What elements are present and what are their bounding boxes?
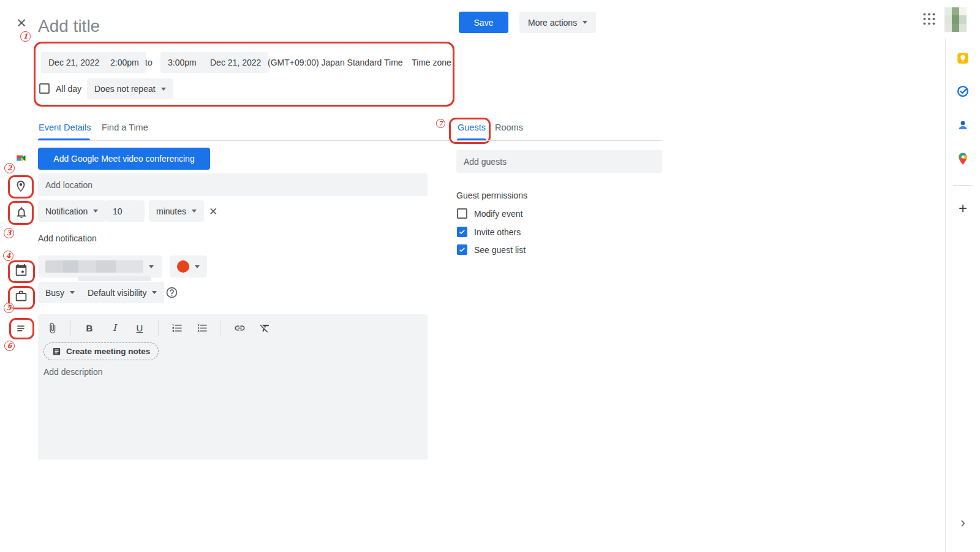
modify-event-label: Modify event bbox=[474, 209, 522, 219]
location-pin-icon bbox=[14, 180, 28, 193]
dropdown-arrow-icon bbox=[93, 210, 98, 213]
help-icon bbox=[165, 286, 178, 299]
annotation-4: 4 bbox=[3, 251, 13, 261]
close-icon: ✕ bbox=[209, 206, 217, 217]
annotation-1: 1 bbox=[20, 31, 31, 42]
guests-placeholder: Add guests bbox=[456, 157, 507, 167]
see-guest-list-checkbox[interactable] bbox=[457, 244, 467, 255]
description-placeholder: Add description bbox=[43, 367, 103, 377]
redacted-calendar-name bbox=[45, 260, 143, 273]
description-lines-icon bbox=[15, 322, 28, 335]
start-date-button[interactable]: Dec 21, 2022 bbox=[41, 52, 107, 73]
keep-button[interactable] bbox=[956, 51, 970, 65]
location-placeholder: Add location bbox=[38, 180, 92, 190]
tasks-button[interactable] bbox=[956, 85, 970, 98]
guest-permissions-title: Guest permissions bbox=[456, 191, 527, 200]
underline-button[interactable]: U bbox=[133, 320, 146, 335]
recurrence-dropdown[interactable]: Does not repeat bbox=[87, 78, 173, 99]
location-input[interactable]: Add location bbox=[38, 173, 428, 196]
briefcase-icon bbox=[15, 290, 28, 303]
bold-button[interactable]: B bbox=[83, 320, 96, 335]
more-actions-label: More actions bbox=[528, 18, 577, 28]
hide-side-panel-button[interactable]: › bbox=[956, 515, 970, 530]
side-panel-divider-line bbox=[953, 185, 973, 186]
avatar[interactable] bbox=[944, 7, 967, 32]
calendar-icon bbox=[15, 263, 28, 276]
google-apps-grid-button[interactable] bbox=[921, 11, 937, 27]
dropdown-arrow-icon bbox=[195, 265, 200, 268]
event-title-input[interactable] bbox=[38, 13, 418, 39]
bulleted-list-button[interactable] bbox=[195, 320, 209, 335]
end-date-button[interactable]: Dec 21, 2022 bbox=[203, 52, 268, 73]
create-meeting-notes-button[interactable]: Create meeting notes bbox=[43, 342, 159, 360]
link-icon bbox=[234, 322, 246, 334]
invite-others-checkbox[interactable] bbox=[457, 227, 467, 237]
dropdown-arrow-icon bbox=[161, 88, 166, 91]
notification-unit-dropdown[interactable]: minutes bbox=[149, 200, 204, 222]
redacted-calendar-name bbox=[78, 276, 151, 281]
clear-formatting-icon bbox=[259, 322, 271, 334]
see-guest-list-label: See guest list bbox=[474, 245, 526, 255]
all-day-checkbox[interactable] bbox=[39, 83, 50, 94]
paperclip-icon bbox=[47, 322, 58, 334]
guests-tabs-divider bbox=[456, 140, 662, 141]
toolbar-divider bbox=[158, 320, 159, 336]
visibility-dropdown[interactable]: Default visibility bbox=[80, 282, 164, 303]
add-google-meet-button[interactable]: Add Google Meet video conferencing bbox=[38, 148, 210, 170]
google-maps-icon bbox=[956, 152, 970, 165]
save-button[interactable]: Save bbox=[459, 12, 508, 33]
busy-dropdown[interactable]: Busy bbox=[38, 282, 82, 303]
description-toolbar: B I U bbox=[45, 319, 271, 336]
annotation-7: 7 bbox=[436, 119, 445, 128]
toolbar-divider bbox=[221, 320, 221, 336]
attachment-button[interactable] bbox=[45, 320, 59, 335]
notification-value-input[interactable]: 10 bbox=[105, 200, 145, 222]
tabs-divider bbox=[38, 140, 449, 141]
close-button[interactable]: ✕ bbox=[13, 15, 29, 31]
clear-formatting-button[interactable] bbox=[258, 320, 271, 335]
plus-icon: + bbox=[959, 200, 967, 216]
italic-button[interactable]: I bbox=[108, 320, 121, 335]
end-time-button[interactable]: 3:00pm bbox=[160, 52, 204, 73]
calendar-dropdown[interactable] bbox=[38, 255, 162, 278]
close-icon: ✕ bbox=[16, 16, 27, 30]
google-meet-icon bbox=[15, 153, 27, 164]
tab-event-details[interactable]: Event Details bbox=[39, 123, 91, 132]
maps-button[interactable] bbox=[956, 152, 970, 165]
get-addons-button[interactable]: + bbox=[956, 202, 970, 215]
dropdown-arrow-icon bbox=[192, 210, 197, 213]
event-color-dot bbox=[177, 260, 189, 273]
event-editor-page: ✕ Save More actions 1 2 3 4 5 6 7 Dec 21… bbox=[0, 0, 980, 552]
annotation-2: 2 bbox=[4, 163, 15, 173]
numbered-list-icon bbox=[172, 322, 183, 334]
annotation-6: 6 bbox=[4, 341, 15, 351]
bulleted-list-icon bbox=[197, 322, 208, 334]
insert-link-button[interactable] bbox=[233, 320, 246, 335]
chevron-right-icon: › bbox=[960, 515, 965, 531]
side-panel-divider bbox=[945, 38, 946, 552]
annotation-3: 3 bbox=[4, 228, 14, 238]
more-actions-button[interactable]: More actions bbox=[519, 12, 596, 33]
add-guests-input[interactable]: Add guests bbox=[456, 150, 662, 173]
tab-rooms[interactable]: Rooms bbox=[495, 123, 523, 132]
google-tasks-icon bbox=[956, 85, 970, 98]
help-button[interactable] bbox=[165, 286, 178, 299]
timezone-button[interactable]: Time zone bbox=[412, 58, 451, 67]
google-contacts-icon bbox=[956, 118, 970, 132]
contacts-button[interactable] bbox=[956, 118, 970, 132]
apps-grid-icon bbox=[921, 11, 937, 27]
notification-type-dropdown[interactable]: Notification bbox=[38, 200, 105, 222]
to-label: to bbox=[145, 58, 153, 67]
add-notification-button[interactable]: Add notification bbox=[38, 233, 97, 243]
all-day-label: All day bbox=[56, 84, 81, 94]
event-color-dropdown[interactable] bbox=[170, 255, 207, 278]
tab-guests[interactable]: Guests bbox=[458, 123, 486, 132]
invite-others-label: Invite others bbox=[474, 227, 521, 237]
tab-find-a-time[interactable]: Find a Time bbox=[102, 123, 148, 132]
numbered-list-button[interactable] bbox=[170, 320, 184, 335]
modify-event-checkbox[interactable] bbox=[457, 208, 467, 219]
dropdown-arrow-icon bbox=[70, 291, 75, 294]
start-time-button[interactable]: 2:00pm bbox=[103, 52, 146, 73]
google-keep-icon bbox=[956, 51, 970, 65]
remove-notification-button[interactable]: ✕ bbox=[206, 204, 221, 219]
